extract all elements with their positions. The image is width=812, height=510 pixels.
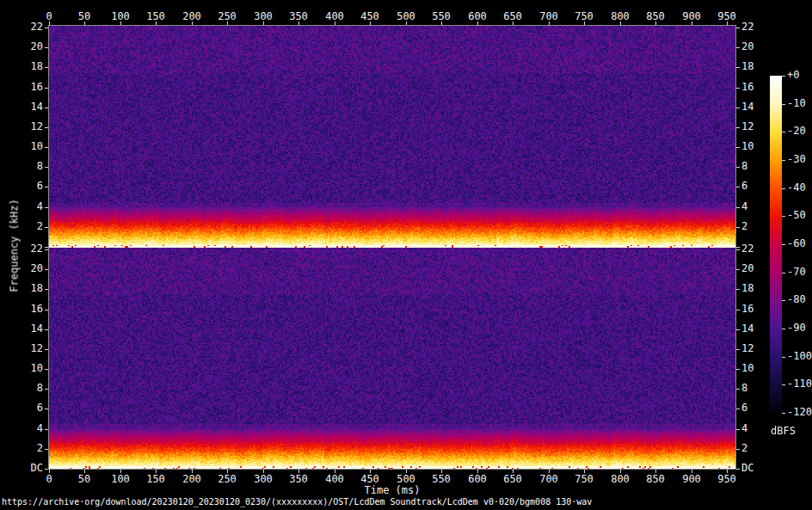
y-tick-label-left: 10: [12, 363, 43, 374]
x-tick-mark-top: [84, 22, 85, 25]
y-tick-mark-left: [45, 67, 48, 68]
colorbar-tick-mark: [782, 300, 785, 301]
colorbar-tick-mark: [782, 188, 785, 189]
y-tick-mark-right: [736, 47, 740, 48]
y-tick-label-left: 18: [12, 61, 43, 72]
colorbar-tick-mark: [782, 273, 785, 273]
y-tick-mark-left: [45, 187, 48, 187]
y-tick-label-left: 16: [12, 304, 43, 315]
y-tick-mark-left: [45, 127, 48, 128]
y-tick-mark-left: [45, 329, 48, 330]
x-tick-mark-top: [370, 22, 371, 25]
y-tick-mark-right: [736, 28, 740, 28]
y-axis-title: Frequency (kHz): [9, 199, 21, 293]
y-tick-mark-left: [45, 207, 48, 208]
y-tick-mark-right: [736, 449, 740, 450]
y-tick-mark-right: [736, 147, 740, 148]
x-tick-label-bottom: 950: [701, 474, 753, 485]
x-tick-mark-top: [298, 22, 299, 25]
y-tick-mark-left: [45, 269, 48, 270]
colorbar-tick-mark: [782, 160, 785, 161]
colorbar-tick-mark: [782, 357, 785, 358]
colorbar-tick-label: -100: [787, 351, 812, 362]
x-tick-mark-top: [549, 22, 550, 25]
colorbar-tick-label: -30: [787, 154, 812, 165]
colorbar-tick-mark: [782, 216, 785, 217]
spectrogram-screenshot: 0050501001001501502002002502503003003503…: [0, 0, 812, 510]
y-tick-mark-right: [736, 88, 740, 89]
y-tick-mark-right: [736, 289, 740, 290]
colorbar-tick-mark: [782, 413, 785, 414]
x-tick-mark-top: [441, 22, 442, 25]
y-tick-mark-left: [45, 28, 48, 28]
x-tick-mark-top: [513, 22, 514, 25]
colorbar-tick-mark: [782, 244, 785, 245]
x-tick-mark-top: [227, 22, 228, 25]
y-tick-label-left: 14: [12, 101, 43, 113]
y-tick-mark-left: [45, 227, 48, 228]
y-tick-label-left: DC: [12, 463, 43, 474]
y-tick-label-left: 16: [12, 82, 43, 93]
y-tick-mark-left: [45, 409, 48, 409]
x-tick-mark-top: [49, 22, 50, 25]
y-tick-label-right: 2: [741, 443, 776, 454]
x-axis-title: Time (ms): [358, 485, 427, 496]
colorbar-tick-label: -40: [787, 182, 812, 194]
colorbar-tick-label: -80: [787, 294, 812, 305]
y-tick-mark-left: [45, 469, 48, 470]
x-tick-mark-top: [727, 22, 728, 25]
y-tick-mark-right: [736, 67, 740, 68]
y-tick-mark-left: [45, 310, 48, 310]
colorbar-tick-label: -90: [787, 323, 812, 334]
y-tick-mark-right: [736, 108, 740, 108]
y-tick-mark-right: [736, 369, 740, 370]
y-tick-mark-left: [45, 449, 48, 450]
y-tick-label-right: 20: [741, 41, 776, 52]
x-tick-mark-top: [335, 22, 335, 25]
y-tick-mark-left: [45, 88, 48, 89]
y-tick-mark-left: [45, 108, 48, 108]
y-tick-label-right: 18: [741, 61, 776, 72]
y-tick-mark-left: [45, 147, 48, 148]
y-tick-mark-left: [45, 389, 48, 390]
y-tick-mark-left: [45, 429, 48, 430]
colorbar-tick-mark: [782, 329, 785, 329]
x-tick-mark-top: [120, 22, 121, 25]
y-tick-label-left: 8: [12, 383, 43, 394]
x-tick-mark-top: [263, 22, 264, 25]
colorbar-tick-label: -60: [787, 238, 812, 249]
colorbar-tick-label: -120: [787, 407, 812, 418]
x-tick-mark-top: [584, 22, 585, 25]
y-tick-label-left: 6: [12, 402, 43, 414]
y-tick-mark-right: [736, 349, 740, 350]
y-tick-label-left: 20: [12, 41, 43, 52]
colorbar: [770, 76, 782, 413]
colorbar-tick-label: -110: [787, 378, 812, 390]
x-tick-mark-top: [620, 22, 621, 25]
y-tick-label-left: 12: [12, 343, 43, 354]
y-tick-mark-right: [736, 187, 740, 187]
colorbar-tick-label: -50: [787, 210, 812, 221]
x-tick-mark-top: [692, 22, 692, 25]
y-tick-label-left: 12: [12, 121, 43, 132]
y-tick-mark-left: [45, 349, 48, 350]
y-tick-mark-right: [736, 409, 740, 409]
y-tick-mark-right: [736, 247, 740, 248]
colorbar-unit-label: dBFS: [771, 426, 796, 437]
y-tick-mark-right: [736, 227, 740, 228]
y-tick-mark-left: [45, 47, 48, 48]
source-url: https://archive·org/download/20230120_20…: [2, 497, 592, 507]
x-tick-mark-top: [156, 22, 157, 25]
x-tick-mark-top: [192, 22, 193, 25]
colorbar-tick-label: -20: [787, 126, 812, 137]
y-tick-mark-right: [736, 249, 740, 250]
y-tick-mark-right: [736, 329, 740, 330]
colorbar-tick-mark: [782, 76, 785, 77]
y-tick-mark-right: [736, 127, 740, 128]
y-tick-mark-left: [45, 289, 48, 290]
x-tick-mark-top: [477, 22, 478, 25]
y-tick-mark-right: [736, 207, 740, 208]
y-tick-label-left: 6: [12, 181, 43, 192]
y-tick-label-left: 22: [12, 22, 43, 33]
y-tick-label-left: 10: [12, 141, 43, 152]
